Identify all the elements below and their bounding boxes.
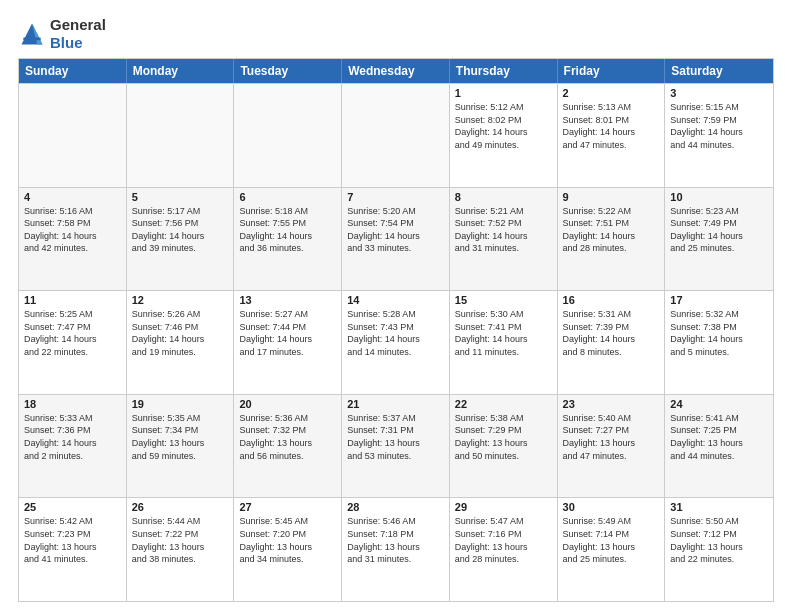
day-number: 17 <box>670 294 768 306</box>
cell-info: Sunrise: 5:31 AM Sunset: 7:39 PM Dayligh… <box>563 308 660 358</box>
cal-cell-empty <box>234 84 342 187</box>
cal-header-cell: Tuesday <box>234 59 342 83</box>
cal-cell: 29Sunrise: 5:47 AM Sunset: 7:16 PM Dayli… <box>450 498 558 601</box>
cell-info: Sunrise: 5:26 AM Sunset: 7:46 PM Dayligh… <box>132 308 229 358</box>
cal-cell: 1Sunrise: 5:12 AM Sunset: 8:02 PM Daylig… <box>450 84 558 187</box>
day-number: 1 <box>455 87 552 99</box>
cal-cell: 8Sunrise: 5:21 AM Sunset: 7:52 PM Daylig… <box>450 188 558 291</box>
cell-info: Sunrise: 5:18 AM Sunset: 7:55 PM Dayligh… <box>239 205 336 255</box>
header: GeneralBlue <box>18 16 774 52</box>
cal-week: 11Sunrise: 5:25 AM Sunset: 7:47 PM Dayli… <box>19 290 773 394</box>
cell-info: Sunrise: 5:50 AM Sunset: 7:12 PM Dayligh… <box>670 515 768 565</box>
cal-cell: 2Sunrise: 5:13 AM Sunset: 8:01 PM Daylig… <box>558 84 666 187</box>
cal-cell: 16Sunrise: 5:31 AM Sunset: 7:39 PM Dayli… <box>558 291 666 394</box>
cal-cell-empty <box>127 84 235 187</box>
cal-cell: 10Sunrise: 5:23 AM Sunset: 7:49 PM Dayli… <box>665 188 773 291</box>
day-number: 25 <box>24 501 121 513</box>
cal-cell: 9Sunrise: 5:22 AM Sunset: 7:51 PM Daylig… <box>558 188 666 291</box>
cal-cell: 17Sunrise: 5:32 AM Sunset: 7:38 PM Dayli… <box>665 291 773 394</box>
day-number: 13 <box>239 294 336 306</box>
cell-info: Sunrise: 5:40 AM Sunset: 7:27 PM Dayligh… <box>563 412 660 462</box>
cal-cell: 3Sunrise: 5:15 AM Sunset: 7:59 PM Daylig… <box>665 84 773 187</box>
cell-info: Sunrise: 5:23 AM Sunset: 7:49 PM Dayligh… <box>670 205 768 255</box>
cal-cell: 20Sunrise: 5:36 AM Sunset: 7:32 PM Dayli… <box>234 395 342 498</box>
day-number: 2 <box>563 87 660 99</box>
day-number: 15 <box>455 294 552 306</box>
calendar: SundayMondayTuesdayWednesdayThursdayFrid… <box>18 58 774 602</box>
cell-info: Sunrise: 5:15 AM Sunset: 7:59 PM Dayligh… <box>670 101 768 151</box>
cal-cell: 7Sunrise: 5:20 AM Sunset: 7:54 PM Daylig… <box>342 188 450 291</box>
cell-info: Sunrise: 5:22 AM Sunset: 7:51 PM Dayligh… <box>563 205 660 255</box>
day-number: 14 <box>347 294 444 306</box>
cell-info: Sunrise: 5:38 AM Sunset: 7:29 PM Dayligh… <box>455 412 552 462</box>
day-number: 19 <box>132 398 229 410</box>
logo-icon <box>18 20 46 48</box>
cal-header-cell: Wednesday <box>342 59 450 83</box>
cell-info: Sunrise: 5:16 AM Sunset: 7:58 PM Dayligh… <box>24 205 121 255</box>
cell-info: Sunrise: 5:20 AM Sunset: 7:54 PM Dayligh… <box>347 205 444 255</box>
cell-info: Sunrise: 5:45 AM Sunset: 7:20 PM Dayligh… <box>239 515 336 565</box>
day-number: 21 <box>347 398 444 410</box>
day-number: 5 <box>132 191 229 203</box>
day-number: 8 <box>455 191 552 203</box>
cal-cell: 26Sunrise: 5:44 AM Sunset: 7:22 PM Dayli… <box>127 498 235 601</box>
day-number: 7 <box>347 191 444 203</box>
cell-info: Sunrise: 5:28 AM Sunset: 7:43 PM Dayligh… <box>347 308 444 358</box>
cal-cell: 15Sunrise: 5:30 AM Sunset: 7:41 PM Dayli… <box>450 291 558 394</box>
cal-cell: 27Sunrise: 5:45 AM Sunset: 7:20 PM Dayli… <box>234 498 342 601</box>
cal-cell: 30Sunrise: 5:49 AM Sunset: 7:14 PM Dayli… <box>558 498 666 601</box>
calendar-body: 1Sunrise: 5:12 AM Sunset: 8:02 PM Daylig… <box>19 83 773 601</box>
svg-rect-2 <box>23 38 41 41</box>
cal-cell: 12Sunrise: 5:26 AM Sunset: 7:46 PM Dayli… <box>127 291 235 394</box>
cell-info: Sunrise: 5:17 AM Sunset: 7:56 PM Dayligh… <box>132 205 229 255</box>
cal-header-cell: Sunday <box>19 59 127 83</box>
cal-cell: 19Sunrise: 5:35 AM Sunset: 7:34 PM Dayli… <box>127 395 235 498</box>
cell-info: Sunrise: 5:37 AM Sunset: 7:31 PM Dayligh… <box>347 412 444 462</box>
cal-header-cell: Thursday <box>450 59 558 83</box>
calendar-header-row: SundayMondayTuesdayWednesdayThursdayFrid… <box>19 59 773 83</box>
cell-info: Sunrise: 5:33 AM Sunset: 7:36 PM Dayligh… <box>24 412 121 462</box>
cal-cell: 31Sunrise: 5:50 AM Sunset: 7:12 PM Dayli… <box>665 498 773 601</box>
day-number: 11 <box>24 294 121 306</box>
logo: GeneralBlue <box>18 16 106 52</box>
logo-general: General <box>50 16 106 33</box>
day-number: 9 <box>563 191 660 203</box>
cell-info: Sunrise: 5:44 AM Sunset: 7:22 PM Dayligh… <box>132 515 229 565</box>
day-number: 12 <box>132 294 229 306</box>
logo-blue: Blue <box>50 34 83 51</box>
day-number: 28 <box>347 501 444 513</box>
day-number: 20 <box>239 398 336 410</box>
day-number: 31 <box>670 501 768 513</box>
cal-cell: 22Sunrise: 5:38 AM Sunset: 7:29 PM Dayli… <box>450 395 558 498</box>
cell-info: Sunrise: 5:27 AM Sunset: 7:44 PM Dayligh… <box>239 308 336 358</box>
cal-cell-empty <box>19 84 127 187</box>
cal-cell: 5Sunrise: 5:17 AM Sunset: 7:56 PM Daylig… <box>127 188 235 291</box>
cal-cell: 28Sunrise: 5:46 AM Sunset: 7:18 PM Dayli… <box>342 498 450 601</box>
cal-cell: 11Sunrise: 5:25 AM Sunset: 7:47 PM Dayli… <box>19 291 127 394</box>
cell-info: Sunrise: 5:42 AM Sunset: 7:23 PM Dayligh… <box>24 515 121 565</box>
cal-cell: 14Sunrise: 5:28 AM Sunset: 7:43 PM Dayli… <box>342 291 450 394</box>
cell-info: Sunrise: 5:49 AM Sunset: 7:14 PM Dayligh… <box>563 515 660 565</box>
day-number: 26 <box>132 501 229 513</box>
cell-info: Sunrise: 5:13 AM Sunset: 8:01 PM Dayligh… <box>563 101 660 151</box>
cell-info: Sunrise: 5:32 AM Sunset: 7:38 PM Dayligh… <box>670 308 768 358</box>
page: GeneralBlue SundayMondayTuesdayWednesday… <box>0 0 792 612</box>
cal-cell: 21Sunrise: 5:37 AM Sunset: 7:31 PM Dayli… <box>342 395 450 498</box>
cell-info: Sunrise: 5:47 AM Sunset: 7:16 PM Dayligh… <box>455 515 552 565</box>
cal-header-cell: Monday <box>127 59 235 83</box>
cal-cell: 4Sunrise: 5:16 AM Sunset: 7:58 PM Daylig… <box>19 188 127 291</box>
cell-info: Sunrise: 5:36 AM Sunset: 7:32 PM Dayligh… <box>239 412 336 462</box>
cell-info: Sunrise: 5:21 AM Sunset: 7:52 PM Dayligh… <box>455 205 552 255</box>
cal-header-cell: Saturday <box>665 59 773 83</box>
day-number: 22 <box>455 398 552 410</box>
cal-header-cell: Friday <box>558 59 666 83</box>
cell-info: Sunrise: 5:12 AM Sunset: 8:02 PM Dayligh… <box>455 101 552 151</box>
cal-cell: 23Sunrise: 5:40 AM Sunset: 7:27 PM Dayli… <box>558 395 666 498</box>
cal-cell: 24Sunrise: 5:41 AM Sunset: 7:25 PM Dayli… <box>665 395 773 498</box>
day-number: 16 <box>563 294 660 306</box>
day-number: 6 <box>239 191 336 203</box>
cal-week: 25Sunrise: 5:42 AM Sunset: 7:23 PM Dayli… <box>19 497 773 601</box>
cal-cell: 18Sunrise: 5:33 AM Sunset: 7:36 PM Dayli… <box>19 395 127 498</box>
cal-cell: 25Sunrise: 5:42 AM Sunset: 7:23 PM Dayli… <box>19 498 127 601</box>
day-number: 29 <box>455 501 552 513</box>
